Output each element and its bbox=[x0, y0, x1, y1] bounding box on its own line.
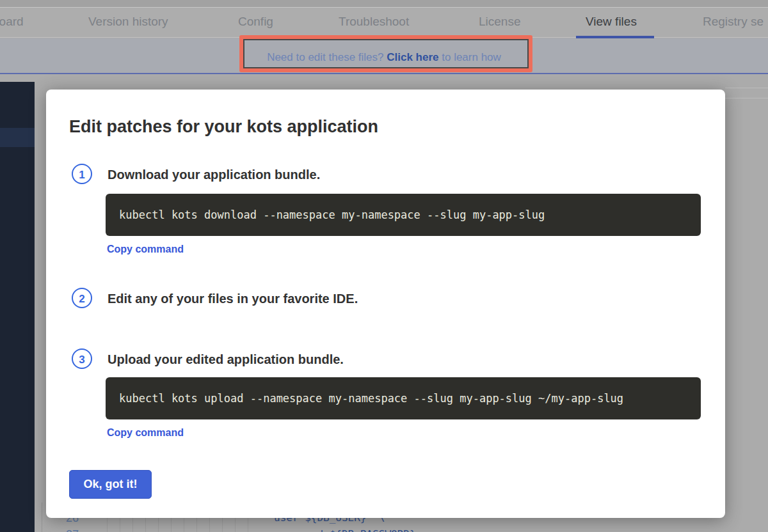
browser-chrome-strip bbox=[0, 0, 768, 8]
upload-command-block: kubectl kots upload --namespace my-names… bbox=[106, 377, 701, 419]
step-3-number-badge: 3 bbox=[72, 348, 92, 369]
tab-troubleshoot[interactable]: Troubleshoot bbox=[339, 15, 409, 29]
step-2-number-badge: 2 bbox=[72, 288, 92, 308]
background-divider-line bbox=[725, 88, 768, 88]
download-command-block: kubectl kots download --namespace my-nam… bbox=[106, 194, 701, 236]
edit-patches-modal: Edit patches for your kots application 1… bbox=[46, 90, 725, 518]
banner-text-before: Need to edit these files? bbox=[267, 51, 387, 63]
background-divider-line bbox=[725, 98, 768, 98]
tab-view-files[interactable]: View files bbox=[586, 15, 637, 29]
banner-click-here-link[interactable]: Click here bbox=[387, 51, 438, 63]
tab-license[interactable]: License bbox=[479, 15, 521, 29]
ok-got-it-button[interactable]: Ok, got it! bbox=[69, 470, 152, 499]
app-screen: board Version history Config Troubleshoo… bbox=[0, 0, 768, 532]
editor-code-line-partial: password ${DB_PASSWORD} bbox=[274, 528, 416, 532]
step-3-heading: Upload your edited application bundle. bbox=[108, 352, 344, 367]
editor-line-number-next: 27 bbox=[66, 528, 83, 532]
file-tree-selected-item[interactable] bbox=[0, 128, 35, 147]
top-navbar: board Version history Config Troubleshoo… bbox=[0, 8, 768, 38]
file-tree-sidebar bbox=[0, 82, 35, 532]
tab-dashboard[interactable]: board bbox=[0, 15, 24, 29]
step-1-number-badge: 1 bbox=[72, 164, 92, 184]
step-1-heading: Download your application bundle. bbox=[108, 168, 320, 182]
modal-title: Edit patches for your kots application bbox=[69, 117, 378, 137]
tab-registry-settings[interactable]: Registry se bbox=[703, 15, 764, 29]
edit-files-banner: Need to edit these files? Click here to … bbox=[0, 38, 768, 74]
editor-gutter-border bbox=[42, 503, 42, 532]
copy-command-link-upload[interactable]: Copy command bbox=[107, 427, 184, 439]
tab-config[interactable]: Config bbox=[238, 15, 273, 29]
banner-text: Need to edit these files? Click here to … bbox=[0, 51, 768, 64]
tab-version-history[interactable]: Version history bbox=[88, 15, 168, 29]
banner-text-after: to learn how bbox=[439, 51, 501, 63]
step-2-heading: Edit any of your files in your favorite … bbox=[108, 292, 358, 306]
copy-command-link-download[interactable]: Copy command bbox=[107, 244, 184, 255]
